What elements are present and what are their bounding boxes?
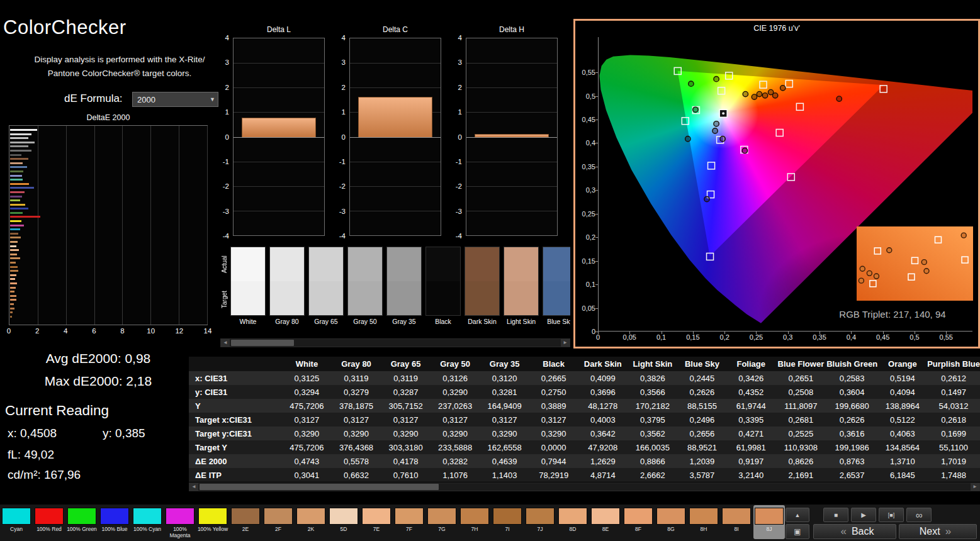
axis-tick-label: 10 xyxy=(147,327,155,335)
patch-button-8g[interactable]: 8G xyxy=(655,505,687,539)
back-button[interactable]: « Back xyxy=(813,524,896,539)
swatch-actual xyxy=(465,247,499,281)
patch-button-100-cyan[interactable]: 100% Cyan xyxy=(132,505,163,539)
scroll-track[interactable] xyxy=(230,339,561,347)
deltae-bar xyxy=(10,311,13,313)
axis-tick-label: 0 xyxy=(7,327,11,335)
gridline xyxy=(350,186,441,187)
de-formula-select[interactable]: 2000 ▼ xyxy=(132,92,218,107)
axis-tick-label: 1 xyxy=(225,108,229,116)
single-measure-button[interactable]: [■] xyxy=(879,508,904,522)
next-button[interactable]: Next » xyxy=(899,524,977,539)
table-cell: 0,2525 xyxy=(775,427,826,440)
patch-button-100-green[interactable]: 100% Green xyxy=(66,505,98,539)
patch-button-5d[interactable]: 5D xyxy=(328,505,359,539)
deltae-bar xyxy=(10,166,27,168)
scroll-right-button[interactable]: ► xyxy=(971,483,979,491)
swatch-scrollbar[interactable]: ◄ ► xyxy=(220,338,570,347)
continuous-measure-button[interactable]: ∞ xyxy=(906,508,932,522)
gridline xyxy=(234,63,324,64)
table-cell: 55,1100 xyxy=(927,440,980,454)
gridline xyxy=(350,211,441,211)
patch-button-7j[interactable]: 7J xyxy=(524,505,556,539)
patch-swatch xyxy=(198,508,227,525)
table-cell: 0,4003 xyxy=(578,413,628,427)
chart-plot xyxy=(233,38,325,236)
scroll-right-button[interactable]: ► xyxy=(561,339,570,347)
scroll-track[interactable] xyxy=(198,483,971,491)
scroll-up-button[interactable]: ▲ xyxy=(786,508,809,522)
deltae-bar xyxy=(10,245,16,247)
column-header: Gray 65 xyxy=(381,357,431,371)
patch-button-7h[interactable]: 7H xyxy=(459,505,490,539)
deltae-bar xyxy=(10,208,28,209)
table-scrollbar[interactable]: ◄ ► xyxy=(189,482,980,491)
table-cell: 0,7610 xyxy=(381,468,431,482)
patch-button-100-yellow[interactable]: 100% Yellow xyxy=(197,505,228,539)
reading-y: y: 0,385 xyxy=(103,427,145,440)
axis-tick-label: -1 xyxy=(456,158,462,165)
patch-swatch xyxy=(67,508,96,525)
axis-tick-label: 0,4 xyxy=(847,333,856,341)
scroll-left-button[interactable]: ◄ xyxy=(189,483,198,491)
table-cell: 0,3696 xyxy=(578,385,628,399)
patch-button-100-blue[interactable]: 100% Blue xyxy=(99,505,130,539)
patch-button-2e[interactable]: 2E xyxy=(230,505,261,539)
delta-l-chart: Delta L 43210-1-2-3-4 xyxy=(214,25,326,249)
axis-tick-label: 0,15 xyxy=(575,257,595,265)
patch-button-100-red[interactable]: 100% Red xyxy=(33,505,65,539)
column-header: White xyxy=(282,357,332,371)
play-button[interactable]: ▶ xyxy=(851,508,876,522)
window-button[interactable]: ▣ xyxy=(786,524,809,539)
table-cell: 475,7206 xyxy=(282,399,332,413)
table-cell: 0,3426 xyxy=(726,371,775,385)
patch-button-7g[interactable]: 7G xyxy=(426,505,458,539)
scroll-left-button[interactable]: ◄ xyxy=(221,339,230,347)
delta-bar xyxy=(358,97,432,137)
patch-button-100-magenta[interactable]: 100% Magenta xyxy=(164,505,196,539)
deltae-bar xyxy=(10,262,16,264)
patch-label: 8D xyxy=(557,527,589,539)
patch-button-7i[interactable]: 7I xyxy=(492,505,523,539)
gridline xyxy=(466,211,557,211)
deltae-bar xyxy=(10,303,14,305)
table-row: y: CIE310,32940,32790,32870,32900,32810,… xyxy=(189,385,980,399)
table-cell: 0,3642 xyxy=(578,427,628,440)
patch-button-cyan[interactable]: Cyan xyxy=(1,505,32,539)
scroll-thumb[interactable] xyxy=(231,340,294,346)
table-cell: 0,3294 xyxy=(282,385,332,399)
patch-swatch xyxy=(689,508,718,525)
patch-button-7e[interactable]: 7E xyxy=(361,505,392,539)
next-label: Next xyxy=(920,526,940,537)
table-cell: 3,5787 xyxy=(677,468,726,482)
axis-tick-label: -1 xyxy=(339,158,346,165)
axis-tick-mark xyxy=(595,143,598,143)
swatch-target xyxy=(231,281,265,315)
axis-tick-label: 6 xyxy=(92,327,96,335)
table-cell: 0,5578 xyxy=(332,454,381,468)
measured-marker xyxy=(780,86,786,91)
deltae-bar xyxy=(10,133,31,135)
patch-button-7f[interactable]: 7F xyxy=(393,505,425,539)
patch-button-8h[interactable]: 8H xyxy=(688,505,719,539)
patch-button-8i[interactable]: 8I xyxy=(721,505,752,539)
patch-label: 7J xyxy=(524,527,556,539)
axis-tick-label: -1 xyxy=(223,158,229,165)
scroll-thumb[interactable] xyxy=(200,484,439,490)
patch-button-8f[interactable]: 8F xyxy=(622,505,654,539)
patch-button-8e[interactable]: 8E xyxy=(590,505,621,539)
patch-swatch xyxy=(395,508,424,525)
swatch-color xyxy=(386,247,422,316)
gridline xyxy=(350,137,441,138)
deltae-bar xyxy=(10,191,25,193)
deltae-bar xyxy=(10,237,21,238)
deltae-bar xyxy=(10,175,22,177)
stop-button[interactable]: ■ xyxy=(823,508,848,522)
patch-button-8d[interactable]: 8D xyxy=(557,505,589,539)
patch-button-2f[interactable]: 2F xyxy=(262,505,294,539)
description-line-1: Display analysis is performed with the X… xyxy=(18,53,222,67)
patch-button-2k[interactable]: 2K xyxy=(295,505,327,539)
table-cell: 0,3279 xyxy=(332,385,381,399)
table-row: ΔE 20000,47430,55780,41780,32820,46390,7… xyxy=(189,454,980,468)
row-label: Target Y xyxy=(189,440,282,454)
